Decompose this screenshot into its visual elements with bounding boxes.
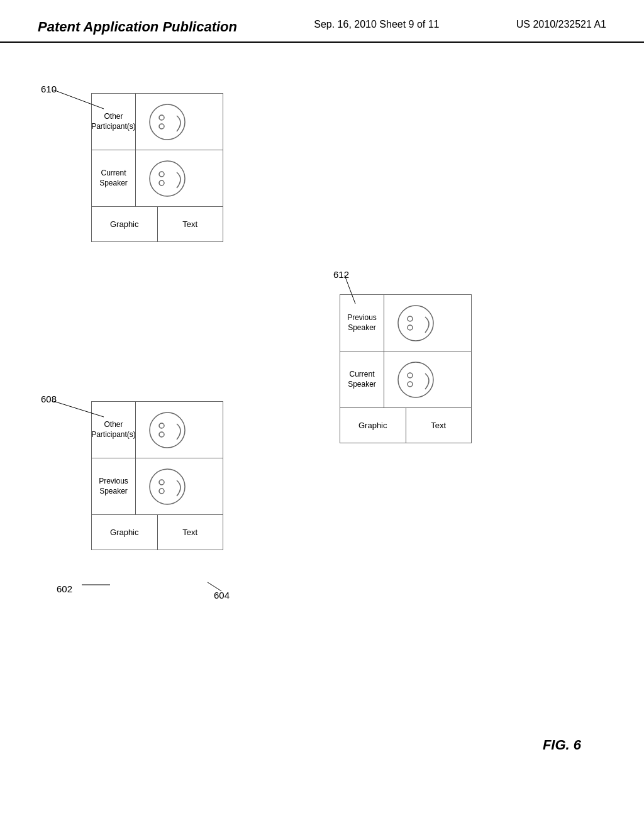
- row-current-speaker-610: CurrentSpeaker: [92, 150, 223, 207]
- face-icon-other-608: [136, 402, 199, 458]
- svg-point-9: [159, 432, 164, 437]
- row-other-participants-608: OtherParticipant(s): [92, 402, 223, 458]
- figure-label: FIG. 6: [543, 737, 581, 753]
- diagram-608: OtherParticipant(s) PreviousSpeaker: [91, 401, 223, 550]
- svg-point-1: [159, 115, 164, 120]
- ref-604: 604: [214, 590, 230, 600]
- diagram-612: PreviousSpeaker CurrentSpeaker: [340, 294, 472, 443]
- svg-point-7: [150, 412, 185, 448]
- bottom-row-610: Graphic Text: [92, 207, 223, 241]
- label-text-612: Text: [406, 408, 472, 443]
- svg-point-18: [408, 325, 413, 330]
- label-graphic-612: Graphic: [340, 408, 406, 443]
- svg-point-17: [408, 316, 413, 321]
- face-icon-current-610: [136, 150, 199, 206]
- face-icon-previous-612: [384, 295, 447, 351]
- page-header: Patent Application Publication Sep. 16, …: [0, 0, 644, 43]
- label-text-608: Text: [158, 515, 223, 550]
- label-other-participants-608: OtherParticipant(s): [92, 402, 136, 458]
- svg-point-19: [398, 362, 433, 397]
- row-current-speaker-612: CurrentSpeaker: [340, 351, 471, 408]
- row-previous-speaker-612: PreviousSpeaker: [340, 295, 471, 351]
- ref-602: 602: [57, 584, 72, 594]
- label-graphic-608: Graphic: [92, 515, 158, 550]
- diagram-610: OtherParticipant(s) CurrentSpeaker: [91, 93, 223, 242]
- svg-point-20: [408, 373, 413, 378]
- label-current-speaker-610: CurrentSpeaker: [92, 150, 136, 206]
- label-other-participants-610: OtherParticipant(s): [92, 94, 136, 150]
- publication-date-sheet: Sep. 16, 2010 Sheet 9 of 11: [314, 19, 439, 30]
- svg-point-11: [159, 480, 164, 485]
- face-icon-current-612: [384, 351, 447, 407]
- svg-point-4: [159, 172, 164, 177]
- row-previous-speaker-608: PreviousSpeaker: [92, 458, 223, 515]
- label-current-speaker-612: CurrentSpeaker: [340, 351, 384, 407]
- svg-point-8: [159, 423, 164, 428]
- face-icon-other-610: [136, 94, 199, 150]
- ref-612: 612: [333, 269, 349, 280]
- label-graphic-610: Graphic: [92, 207, 158, 241]
- ref-608: 608: [41, 394, 57, 404]
- ref-610: 610: [41, 84, 57, 94]
- row-other-participants-610: OtherParticipant(s): [92, 94, 223, 150]
- bottom-row-608: Graphic Text: [92, 515, 223, 550]
- svg-point-12: [159, 489, 164, 494]
- svg-point-3: [150, 161, 185, 196]
- publication-title: Patent Application Publication: [38, 19, 237, 35]
- label-text-610: Text: [158, 207, 223, 241]
- svg-point-16: [398, 306, 433, 341]
- svg-point-2: [159, 124, 164, 129]
- svg-point-21: [408, 382, 413, 387]
- svg-point-10: [150, 469, 185, 504]
- publication-number: US 2010/232521 A1: [516, 19, 606, 30]
- label-previous-speaker-612: PreviousSpeaker: [340, 295, 384, 351]
- svg-point-5: [159, 180, 164, 185]
- bottom-row-612: Graphic Text: [340, 408, 471, 443]
- face-icon-previous-608: [136, 458, 199, 514]
- label-previous-speaker-608: PreviousSpeaker: [92, 458, 136, 514]
- svg-point-0: [150, 104, 185, 140]
- diagram-area: OtherParticipant(s) CurrentSpeaker: [0, 43, 644, 804]
